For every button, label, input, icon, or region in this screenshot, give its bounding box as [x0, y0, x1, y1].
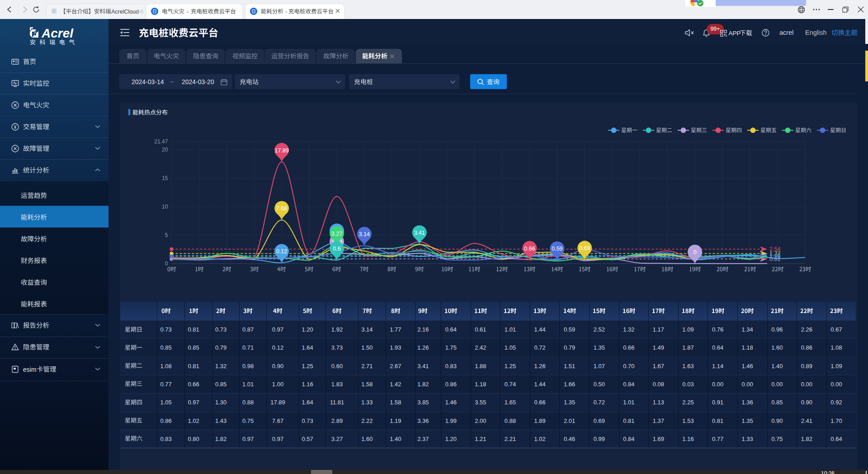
svg-text:15: 15 [162, 175, 168, 181]
svg-text:3.41: 3.41 [414, 230, 425, 236]
svg-text:0: 0 [693, 249, 697, 256]
svg-text:0.12: 0.12 [276, 248, 287, 255]
svg-text:3.14: 3.14 [359, 231, 370, 237]
svg-text:0.69: 0.69 [579, 245, 590, 251]
svg-text:0.66: 0.66 [524, 246, 535, 252]
svg-text:20: 20 [162, 147, 168, 153]
svg-text:0.6: 0.6 [333, 246, 340, 252]
svg-text:0.59: 0.59 [552, 246, 562, 252]
svg-text:10: 10 [162, 204, 168, 210]
svg-text:3.27: 3.27 [331, 231, 342, 237]
svg-text:7.68: 7.68 [276, 205, 287, 212]
svg-text:5: 5 [165, 232, 168, 238]
svg-text:17.89: 17.89 [274, 147, 288, 154]
svg-text:21.47: 21.47 [154, 138, 168, 145]
